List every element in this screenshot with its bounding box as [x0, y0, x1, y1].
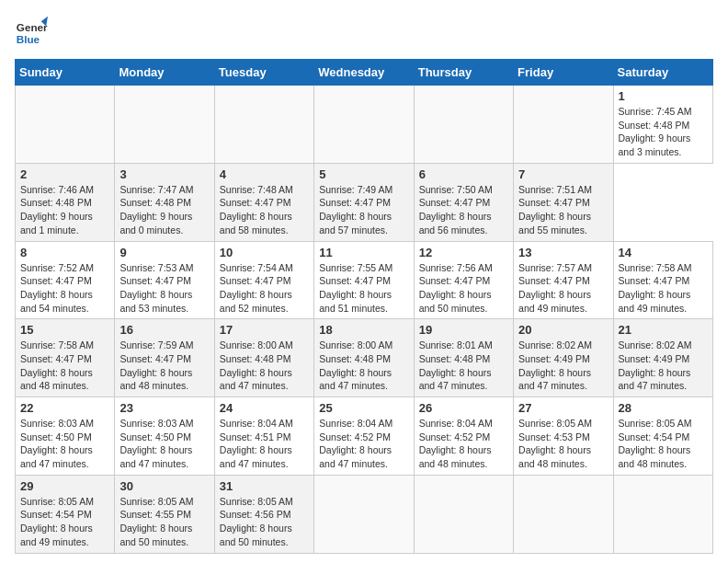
day-cell-31: 31 Sunrise: 8:05 AMSunset: 4:56 PMDaylig… — [214, 475, 313, 553]
day-header-tuesday: Tuesday — [214, 60, 313, 86]
day-number: 25 — [319, 401, 408, 415]
day-number: 14 — [619, 246, 708, 259]
day-number: 21 — [619, 323, 708, 337]
logo: General Blue — [15, 15, 48, 48]
day-cell-6: 6 Sunrise: 7:50 AMSunset: 4:47 PMDayligh… — [414, 163, 513, 241]
day-cell-14: 14 Sunrise: 7:58 AMSunset: 4:47 PMDaylig… — [613, 241, 712, 319]
day-number: 6 — [419, 167, 508, 181]
calendar-table: SundayMondayTuesdayWednesdayThursdayFrid… — [15, 59, 713, 554]
empty-cell — [414, 86, 513, 164]
day-info: Sunrise: 7:58 AMSunset: 4:47 PMDaylight:… — [619, 261, 708, 316]
day-cell-12: 12 Sunrise: 7:56 AMSunset: 4:47 PMDaylig… — [414, 241, 513, 319]
day-info: Sunrise: 7:56 AMSunset: 4:47 PMDaylight:… — [419, 261, 508, 316]
day-number: 18 — [319, 323, 408, 337]
day-info: Sunrise: 8:05 AMSunset: 4:54 PMDaylight:… — [20, 495, 109, 549]
day-cell-4: 4 Sunrise: 7:48 AMSunset: 4:47 PMDayligh… — [214, 163, 313, 241]
day-info: Sunrise: 7:49 AMSunset: 4:47 PMDaylight:… — [319, 183, 408, 237]
day-cell-10: 10 Sunrise: 7:54 AMSunset: 4:47 PMDaylig… — [214, 241, 313, 319]
day-cell-28: 28 Sunrise: 8:05 AMSunset: 4:54 PMDaylig… — [613, 397, 712, 476]
calendar-week-0: 1 Sunrise: 7:45 AMSunset: 4:48 PMDayligh… — [16, 86, 713, 164]
empty-cell — [314, 86, 414, 164]
day-cell-30: 30 Sunrise: 8:05 AMSunset: 4:55 PMDaylig… — [115, 475, 214, 553]
calendar-header-row: SundayMondayTuesdayWednesdayThursdayFrid… — [16, 60, 713, 86]
empty-cell — [414, 475, 513, 553]
day-number: 13 — [518, 246, 608, 259]
day-info: Sunrise: 8:05 AMSunset: 4:53 PMDaylight:… — [518, 417, 608, 471]
logo-icon: General Blue — [15, 15, 48, 48]
day-cell-16: 16 Sunrise: 7:59 AMSunset: 4:47 PMDaylig… — [115, 319, 214, 397]
day-header-friday: Friday — [514, 60, 613, 86]
day-number: 7 — [518, 167, 608, 181]
day-info: Sunrise: 8:02 AMSunset: 4:49 PMDaylight:… — [619, 339, 708, 393]
day-info: Sunrise: 7:47 AMSunset: 4:48 PMDaylight:… — [119, 183, 209, 237]
day-number: 15 — [20, 323, 109, 337]
day-info: Sunrise: 8:00 AMSunset: 4:48 PMDaylight:… — [220, 339, 309, 393]
day-header-sunday: Sunday — [16, 60, 115, 86]
day-info: Sunrise: 7:48 AMSunset: 4:47 PMDaylight:… — [220, 183, 309, 237]
day-number: 29 — [20, 479, 109, 493]
day-number: 16 — [119, 323, 209, 337]
day-info: Sunrise: 8:04 AMSunset: 4:52 PMDaylight:… — [419, 417, 508, 471]
calendar-week-4: 22 Sunrise: 8:03 AMSunset: 4:50 PMDaylig… — [16, 397, 713, 476]
day-number: 3 — [119, 167, 209, 181]
day-number: 22 — [20, 401, 109, 415]
day-cell-9: 9 Sunrise: 7:53 AMSunset: 4:47 PMDayligh… — [115, 241, 214, 319]
day-header-saturday: Saturday — [613, 60, 712, 86]
day-info: Sunrise: 7:52 AMSunset: 4:47 PMDaylight:… — [20, 261, 109, 316]
day-info: Sunrise: 8:03 AMSunset: 4:50 PMDaylight:… — [119, 417, 209, 471]
empty-cell — [514, 86, 613, 164]
day-number: 31 — [220, 479, 309, 493]
day-cell-17: 17 Sunrise: 8:00 AMSunset: 4:48 PMDaylig… — [214, 319, 313, 397]
day-cell-19: 19 Sunrise: 8:01 AMSunset: 4:48 PMDaylig… — [414, 319, 513, 397]
day-header-monday: Monday — [115, 60, 214, 86]
day-number: 11 — [319, 246, 408, 259]
day-number: 2 — [20, 167, 109, 181]
day-info: Sunrise: 8:04 AMSunset: 4:51 PMDaylight:… — [220, 417, 309, 471]
day-cell-29: 29 Sunrise: 8:05 AMSunset: 4:54 PMDaylig… — [16, 475, 115, 553]
day-header-thursday: Thursday — [414, 60, 513, 86]
day-info: Sunrise: 7:55 AMSunset: 4:47 PMDaylight:… — [319, 261, 408, 316]
day-info: Sunrise: 8:02 AMSunset: 4:49 PMDaylight:… — [518, 339, 608, 393]
day-number: 5 — [319, 167, 408, 181]
day-info: Sunrise: 7:57 AMSunset: 4:47 PMDaylight:… — [518, 261, 608, 316]
day-info: Sunrise: 7:45 AMSunset: 4:48 PMDaylight:… — [619, 105, 708, 159]
day-cell-1: 1 Sunrise: 7:45 AMSunset: 4:48 PMDayligh… — [613, 86, 712, 164]
day-cell-21: 21 Sunrise: 8:02 AMSunset: 4:49 PMDaylig… — [613, 319, 712, 397]
empty-cell — [214, 86, 313, 164]
day-cell-5: 5 Sunrise: 7:49 AMSunset: 4:47 PMDayligh… — [314, 163, 414, 241]
day-info: Sunrise: 8:00 AMSunset: 4:48 PMDaylight:… — [319, 339, 408, 393]
day-cell-2: 2 Sunrise: 7:46 AMSunset: 4:48 PMDayligh… — [16, 163, 115, 241]
day-number: 20 — [518, 323, 608, 337]
day-info: Sunrise: 8:01 AMSunset: 4:48 PMDaylight:… — [419, 339, 508, 393]
day-info: Sunrise: 8:03 AMSunset: 4:50 PMDaylight:… — [20, 417, 109, 471]
day-info: Sunrise: 8:05 AMSunset: 4:55 PMDaylight:… — [119, 495, 209, 549]
day-cell-8: 8 Sunrise: 7:52 AMSunset: 4:47 PMDayligh… — [16, 241, 115, 319]
day-number: 9 — [119, 246, 209, 259]
day-number: 10 — [220, 246, 309, 259]
day-cell-7: 7 Sunrise: 7:51 AMSunset: 4:47 PMDayligh… — [514, 163, 613, 241]
day-number: 12 — [419, 246, 508, 259]
svg-text:Blue: Blue — [17, 33, 40, 45]
day-cell-23: 23 Sunrise: 8:03 AMSunset: 4:50 PMDaylig… — [115, 397, 214, 476]
day-cell-13: 13 Sunrise: 7:57 AMSunset: 4:47 PMDaylig… — [514, 241, 613, 319]
day-cell-26: 26 Sunrise: 8:04 AMSunset: 4:52 PMDaylig… — [414, 397, 513, 476]
day-number: 4 — [220, 167, 309, 181]
day-info: Sunrise: 7:58 AMSunset: 4:47 PMDaylight:… — [20, 339, 109, 393]
day-number: 28 — [619, 401, 708, 415]
day-cell-24: 24 Sunrise: 8:04 AMSunset: 4:51 PMDaylig… — [214, 397, 313, 476]
calendar-week-5: 29 Sunrise: 8:05 AMSunset: 4:54 PMDaylig… — [16, 475, 713, 553]
day-cell-3: 3 Sunrise: 7:47 AMSunset: 4:48 PMDayligh… — [115, 163, 214, 241]
page-header: General Blue — [15, 15, 713, 48]
day-number: 26 — [419, 401, 508, 415]
day-number: 1 — [619, 89, 708, 103]
day-number: 30 — [119, 479, 209, 493]
day-number: 17 — [220, 323, 309, 337]
day-info: Sunrise: 7:51 AMSunset: 4:47 PMDaylight:… — [518, 183, 608, 237]
day-cell-20: 20 Sunrise: 8:02 AMSunset: 4:49 PMDaylig… — [514, 319, 613, 397]
day-info: Sunrise: 8:04 AMSunset: 4:52 PMDaylight:… — [319, 417, 408, 471]
day-cell-27: 27 Sunrise: 8:05 AMSunset: 4:53 PMDaylig… — [514, 397, 613, 476]
day-info: Sunrise: 8:05 AMSunset: 4:54 PMDaylight:… — [619, 417, 708, 471]
empty-cell — [115, 86, 214, 164]
day-info: Sunrise: 7:50 AMSunset: 4:47 PMDaylight:… — [419, 183, 508, 237]
empty-cell — [613, 475, 712, 553]
